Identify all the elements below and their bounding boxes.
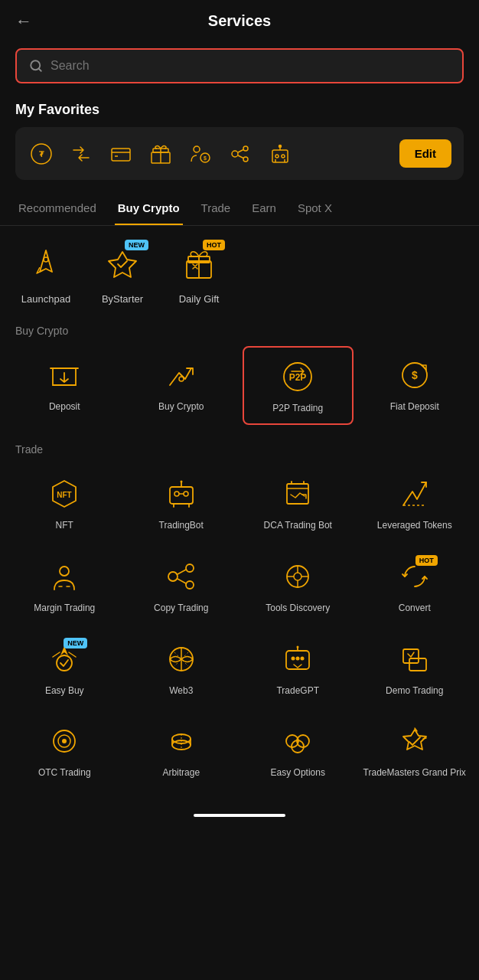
- svg-point-59: [57, 655, 72, 671]
- featured-item-bystarter[interactable]: NEW ByStarter: [92, 241, 153, 306]
- svg-rect-16: [272, 150, 288, 162]
- tab-buy-crypto[interactable]: Buy Crypto: [115, 195, 183, 226]
- trademasters-label: TradeMasters Grand Prix: [363, 767, 466, 779]
- demo-trading-icon: [395, 639, 435, 679]
- buy-crypto-grid: Deposit Buy Crypto P2P P2P Trading: [0, 346, 479, 444]
- service-item-tradegpt[interactable]: TradeGPT: [243, 630, 354, 707]
- page-title: Services: [208, 12, 271, 30]
- trade-grid: NFT NFT TradingBot: [0, 465, 479, 806]
- tab-spot-x[interactable]: Spot X: [295, 195, 335, 226]
- search-container: [0, 42, 479, 96]
- p2p-trading-icon: P2P: [278, 357, 318, 397]
- convert-label: Convert: [399, 603, 431, 615]
- svg-line-52: [178, 579, 186, 583]
- launchpad-icon: [23, 241, 69, 287]
- svg-point-15: [243, 157, 248, 162]
- easy-options-icon: [278, 721, 318, 761]
- favorites-title: My Favorites: [0, 96, 479, 127]
- copy-trading-label: Copy Trading: [154, 603, 208, 615]
- service-item-convert[interactable]: HOT Convert: [360, 547, 471, 624]
- svg-point-23: [44, 257, 48, 262]
- svg-point-50: [186, 581, 194, 589]
- favorites-container: ₮: [15, 127, 464, 180]
- tab-recommended[interactable]: Recommended: [15, 195, 99, 226]
- svg-point-13: [232, 151, 238, 157]
- tab-earn[interactable]: Earn: [249, 195, 279, 226]
- svg-text:$: $: [204, 155, 207, 162]
- service-item-p2p-trading[interactable]: P2P P2P Trading: [243, 346, 354, 426]
- featured-item-launchpad[interactable]: Launchpad: [15, 241, 77, 306]
- buy-crypto-label: Buy Crypto: [158, 401, 204, 413]
- edit-button[interactable]: Edit: [399, 139, 451, 168]
- search-input[interactable]: [51, 59, 450, 73]
- svg-point-35: [174, 492, 179, 496]
- svg-point-10: [194, 146, 200, 152]
- service-item-arbitrage[interactable]: Arbitrage: [126, 712, 237, 789]
- svg-text:P2P: P2P: [289, 372, 307, 383]
- service-item-trademasters[interactable]: TradeMasters Grand Prix: [360, 712, 471, 789]
- deposit-label: Deposit: [49, 401, 80, 413]
- favorites-icons: ₮: [28, 140, 294, 168]
- service-item-tools-discovery[interactable]: Tools Discovery: [243, 547, 354, 624]
- service-item-copy-trading[interactable]: Copy Trading: [126, 547, 237, 624]
- service-item-margin-trading[interactable]: Margin Trading: [9, 547, 120, 624]
- service-item-easy-buy[interactable]: NEW Easy Buy: [9, 630, 120, 707]
- tradegpt-label: TradeGPT: [276, 685, 319, 697]
- service-item-leveraged-tokens[interactable]: Leveraged Tokens: [360, 465, 471, 541]
- arbitrage-icon: [161, 721, 201, 761]
- leveraged-tokens-label: Leveraged Tokens: [377, 520, 452, 532]
- service-item-web3[interactable]: Web3: [126, 630, 237, 707]
- fav-icon-transfer: [67, 140, 95, 168]
- header: ← Services: [0, 0, 479, 42]
- bystarter-badge: NEW: [125, 240, 148, 250]
- svg-point-17: [275, 155, 279, 158]
- svg-point-39: [180, 481, 182, 483]
- dca-bot-icon: [278, 474, 318, 514]
- svg-point-20: [279, 145, 282, 147]
- service-item-buy-crypto[interactable]: Buy Crypto: [126, 346, 237, 426]
- service-item-demo-trading[interactable]: Demo Trading: [360, 630, 471, 707]
- service-item-deposit[interactable]: Deposit: [9, 346, 120, 426]
- featured-item-daily-gift[interactable]: HOT Daily Gift: [168, 241, 230, 306]
- service-item-easy-options[interactable]: Easy Options: [243, 712, 354, 789]
- fav-icon-gift: [147, 140, 174, 168]
- daily-gift-icon: HOT: [176, 241, 222, 287]
- p2p-trading-label: P2P Trading: [272, 403, 323, 415]
- svg-point-18: [282, 155, 285, 158]
- service-item-fiat-deposit[interactable]: $ Fiat Deposit: [360, 346, 471, 426]
- tradegpt-icon: [278, 639, 318, 679]
- dca-bot-label: DCA Trading Bot: [264, 520, 332, 532]
- svg-rect-34: [170, 487, 193, 504]
- svg-point-67: [297, 645, 299, 648]
- service-item-otc-trading[interactable]: OTC Trading: [9, 712, 120, 789]
- otc-trading-icon: [44, 721, 84, 761]
- easy-buy-badge: NEW: [64, 638, 87, 648]
- tab-trade[interactable]: Trade: [198, 195, 234, 226]
- svg-point-72: [62, 739, 67, 743]
- svg-text:₮: ₮: [39, 150, 44, 158]
- fav-icon-tether: ₮: [28, 140, 55, 168]
- arbitrage-label: Arbitrage: [162, 767, 200, 779]
- service-item-dca-bot[interactable]: DCA Trading Bot: [243, 465, 354, 541]
- margin-trading-label: Margin Trading: [34, 603, 95, 615]
- nft-icon: NFT: [44, 474, 84, 514]
- trade-category: Trade: [0, 443, 479, 465]
- svg-point-64: [296, 656, 300, 660]
- svg-line-1: [38, 68, 41, 70]
- copy-trading-icon: [161, 557, 201, 596]
- tradingbot-label: TradingBot: [159, 520, 204, 532]
- otc-trading-label: OTC Trading: [38, 767, 91, 779]
- svg-point-27: [179, 377, 184, 381]
- nft-label: NFT: [56, 520, 73, 532]
- svg-point-48: [168, 572, 178, 581]
- tradingbot-icon: [161, 474, 201, 514]
- featured-grid: Launchpad NEW ByStarter HOT Daily Gift: [0, 241, 479, 325]
- home-indicator: [194, 814, 285, 817]
- service-item-tradingbot[interactable]: TradingBot: [126, 465, 237, 541]
- service-item-nft[interactable]: NFT NFT: [9, 465, 120, 541]
- launchpad-label: Launchpad: [21, 293, 70, 306]
- back-button[interactable]: ←: [15, 11, 32, 31]
- svg-rect-4: [112, 149, 130, 161]
- search-icon: [29, 59, 43, 73]
- svg-text:NFT: NFT: [57, 491, 72, 499]
